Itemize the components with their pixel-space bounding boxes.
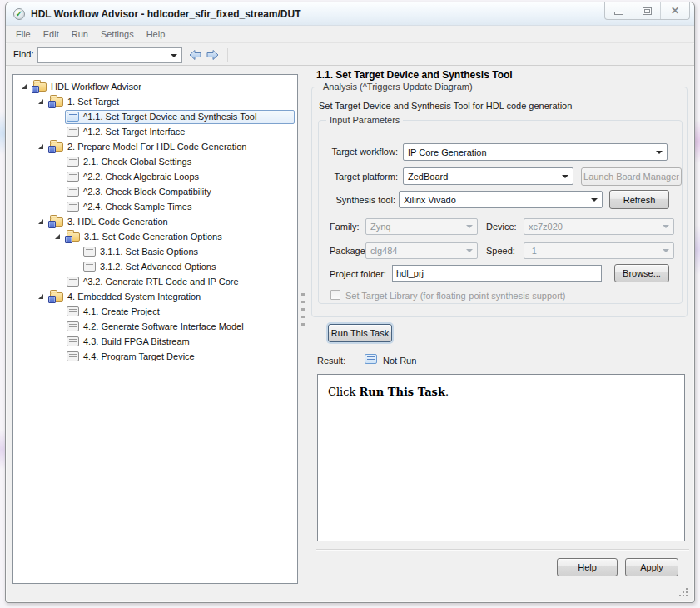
- tree-item-label: ^3.2. Generate RTL Code and IP Core: [83, 277, 239, 287]
- titlebar[interactable]: ✓ HDL Workflow Advisor - hdlcoder_sfir_f…: [6, 2, 694, 26]
- device-label: Device:: [486, 222, 517, 232]
- task-icon: [67, 127, 79, 137]
- target-workflow-label: Target workflow:: [317, 147, 398, 157]
- chevron-down-icon[interactable]: [171, 54, 177, 57]
- browse-button[interactable]: Browse...: [614, 264, 669, 282]
- hdl-workflow-advisor-window: ✓ HDL Workflow Advisor - hdlcoder_sfir_f…: [5, 2, 695, 603]
- expand-triangle-icon[interactable]: [38, 294, 43, 299]
- expand-triangle-icon[interactable]: [38, 219, 43, 224]
- task-icon: [67, 336, 79, 346]
- result-label: Result:: [317, 356, 345, 366]
- menu-item-run[interactable]: Run: [72, 29, 88, 39]
- maximize-button[interactable]: [633, 2, 660, 19]
- tree-item[interactable]: 4. Embedded System Integration: [13, 289, 297, 304]
- tree-item[interactable]: 2.1. Check Global Settings: [13, 154, 297, 169]
- package-select: clg484: [365, 242, 478, 259]
- family-select: Zynq: [365, 218, 478, 235]
- tree-item[interactable]: ^2.3. Check Block Compatibility: [13, 184, 297, 199]
- tree-item-label: 2.1. Check Global Settings: [83, 157, 191, 167]
- chevron-down-icon: [466, 249, 473, 252]
- expand-triangle-icon[interactable]: [55, 234, 60, 239]
- tree-item-label: 3.1.1. Set Basic Options: [100, 247, 198, 257]
- tree-item-label: 4. Embedded System Integration: [67, 292, 201, 302]
- target-workflow-select[interactable]: IP Core Generation: [403, 143, 668, 161]
- package-value: clg484: [366, 246, 466, 256]
- refresh-button[interactable]: Refresh: [609, 190, 669, 209]
- menu-item-settings[interactable]: Settings: [101, 29, 134, 39]
- menu-item-file[interactable]: File: [16, 29, 31, 39]
- apply-button[interactable]: Apply: [625, 558, 678, 576]
- tree-item[interactable]: HDL Workflow Advisor: [13, 79, 297, 94]
- tree-item-label: ^1.2. Set Target Interface: [83, 127, 185, 137]
- tree-item[interactable]: ^1.1. Set Target Device and Synthesis To…: [13, 109, 297, 124]
- tree-item[interactable]: 3. HDL Code Generation: [13, 214, 297, 229]
- task-icon: [67, 112, 79, 122]
- tree-item[interactable]: 1. Set Target: [13, 94, 297, 109]
- device-value: xc7z020: [524, 222, 663, 232]
- folder-icon: [50, 97, 63, 107]
- folder-icon: [33, 82, 47, 92]
- project-folder-label: Project folder:: [330, 269, 386, 279]
- menu-item-help[interactable]: Help: [146, 29, 166, 39]
- menubar: FileEditRunSettingsHelp: [6, 26, 694, 43]
- arrow-left-icon: [188, 48, 202, 62]
- tree-item[interactable]: 4.4. Program Target Device: [13, 349, 297, 364]
- tree-item-label: 3.1.2. Set Advanced Options: [100, 262, 216, 272]
- close-icon: ✕: [671, 6, 679, 16]
- tree-item-label: 3. HDL Code Generation: [67, 217, 168, 227]
- tree-item[interactable]: 3.1.1. Set Basic Options: [13, 244, 297, 259]
- chevron-down-icon: [663, 249, 669, 252]
- minimize-icon: [614, 12, 623, 15]
- task-icon: [67, 306, 79, 316]
- workflow-tree: HDL Workflow Advisor1. Set Target^1.1. S…: [12, 74, 298, 584]
- chevron-down-icon: [591, 198, 598, 202]
- family-value: Zynq: [366, 222, 466, 232]
- tree-item-label: 4.3. Build FPGA Bitstream: [83, 336, 190, 346]
- chevron-down-icon: [656, 151, 663, 154]
- find-toolbar: Find:: [6, 44, 694, 66]
- tree-item[interactable]: ^2.2. Check Algebraic Loops: [13, 169, 297, 184]
- find-input[interactable]: [38, 49, 171, 62]
- synthesis-tool-select[interactable]: Xilinx Vivado: [399, 191, 603, 208]
- launch-board-manager-button[interactable]: Launch Board Manager: [581, 167, 682, 186]
- splitter-handle[interactable]: [301, 293, 305, 328]
- task-description: Set Target Device and Synthesis Tool for…: [319, 101, 572, 111]
- folder-icon: [50, 292, 63, 302]
- task-icon: [67, 321, 79, 331]
- run-this-task-button[interactable]: Run This Task: [328, 324, 392, 342]
- expand-triangle-icon[interactable]: [38, 144, 43, 149]
- message-suffix: .: [445, 386, 449, 398]
- tree-item[interactable]: 3.1.2. Set Advanced Options: [13, 259, 297, 274]
- tree-item[interactable]: ^3.2. Generate RTL Code and IP Core: [13, 274, 297, 289]
- expand-triangle-icon[interactable]: [22, 84, 27, 89]
- menu-item-edit[interactable]: Edit: [43, 29, 59, 39]
- tree-item-label: 3.1. Set Code Generation Options: [84, 232, 222, 242]
- find-combobox[interactable]: [37, 47, 182, 63]
- result-status-icon: [365, 354, 377, 364]
- family-label: Family:: [330, 222, 359, 232]
- analysis-legend: Analysis (^Triggers Update Diagram): [320, 82, 476, 92]
- tree-item[interactable]: ^1.2. Set Target Interface: [13, 124, 297, 139]
- tree-item[interactable]: 4.1. Create Project: [13, 304, 297, 319]
- resize-grip-icon[interactable]: [678, 586, 689, 597]
- task-icon: [67, 187, 79, 197]
- tree-item[interactable]: 4.3. Build FPGA Bitstream: [13, 334, 297, 349]
- tree-item[interactable]: 3.1. Set Code Generation Options: [13, 229, 297, 244]
- expand-triangle-icon[interactable]: [38, 99, 43, 104]
- help-button[interactable]: Help: [557, 558, 618, 576]
- task-icon: [67, 277, 79, 287]
- target-platform-select[interactable]: ZedBoard: [403, 167, 573, 185]
- close-button[interactable]: ✕: [660, 2, 689, 19]
- tree-item[interactable]: 2. Prepare Model For HDL Code Generation: [13, 139, 297, 154]
- project-folder-input[interactable]: [392, 265, 602, 282]
- maximize-icon: [643, 7, 652, 15]
- target-platform-value: ZedBoard: [404, 172, 562, 182]
- tree-item-label: ^2.2. Check Algebraic Loops: [83, 172, 199, 182]
- find-previous-button[interactable]: [187, 47, 203, 62]
- tree-item[interactable]: ^2.4. Check Sample Times: [13, 199, 297, 214]
- message-bold: Run This Task: [360, 386, 445, 398]
- minimize-button[interactable]: [605, 2, 633, 19]
- find-next-button[interactable]: [205, 47, 221, 62]
- task-icon: [67, 351, 79, 361]
- tree-item[interactable]: 4.2. Generate Software Interface Model: [13, 319, 297, 334]
